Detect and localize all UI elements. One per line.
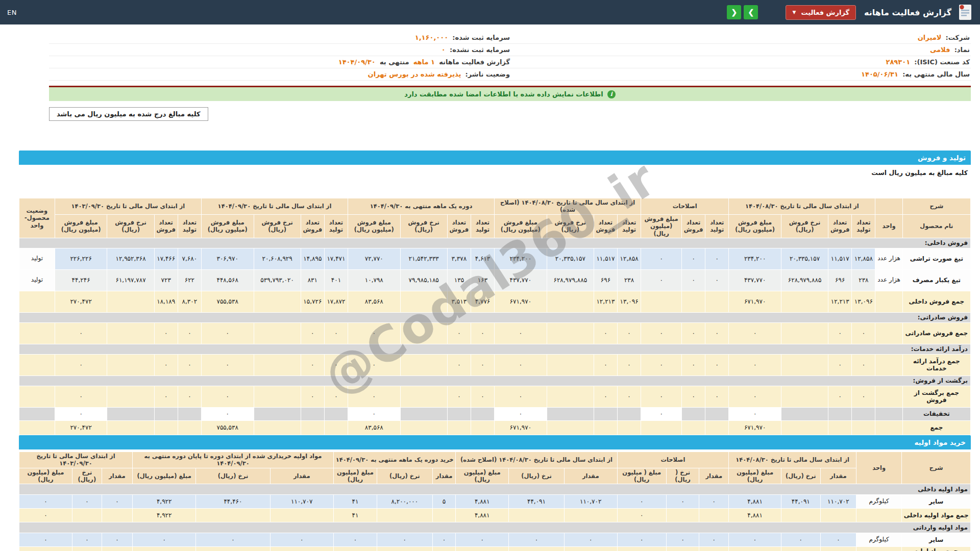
language-en-link[interactable]: EN <box>7 9 17 16</box>
value-cell: ۰ <box>618 386 641 407</box>
value-cell: ۱۰,۷۹۸ <box>348 269 401 291</box>
column-header: نرخ (ریال) <box>196 468 270 484</box>
value-cell <box>400 322 447 344</box>
value-cell <box>781 509 820 522</box>
value-cell <box>547 322 594 344</box>
company-info-row: سال مالی منتهی به: ۱۴۰۵/۰۶/۳۱ وضعیت ناشر… <box>49 68 971 81</box>
column-header: مبلغ (میلیون ریال) <box>19 468 72 484</box>
column-header: مقدار <box>102 468 132 484</box>
column-header: نرخ (ریال) <box>72 468 102 484</box>
production-sales-table: شرحاز ابتدای سال مالی تا تاریخ ۱۴۰۴/۰۸/۳… <box>19 198 971 435</box>
report-period-field: گزارش فعالیت ماهانه ۱ ماهه منتهی به ۱۴۰۴… <box>50 58 510 66</box>
value-cell: ۱۲,۲۱۳ <box>594 291 617 312</box>
value-cell <box>301 420 324 435</box>
value-cell <box>254 291 301 312</box>
value-cell <box>594 420 617 435</box>
value-cell <box>852 420 875 435</box>
value-cell <box>270 509 333 522</box>
column-header: نرخ فروش (ریال) <box>547 214 594 238</box>
report-type-button[interactable]: گزارش فعالیت ▼ <box>786 5 856 20</box>
row-label: جمع فروش داخلی <box>902 291 970 312</box>
row-label: سایر <box>902 533 971 547</box>
table-row: مواد اولیه وارداتی <box>19 522 971 533</box>
value-cell: ۶۹۶ <box>828 269 852 291</box>
value-cell: ۲۰,۶۰۸,۹۲۹ <box>254 248 301 269</box>
column-header: واحد <box>875 214 902 238</box>
value-cell: ۰ <box>705 386 729 407</box>
table-row: برگشت از فروش: <box>19 375 971 386</box>
value-cell <box>107 354 154 375</box>
column-header: تعداد تولید <box>618 214 641 238</box>
value-cell: ۰ <box>447 386 471 407</box>
section-label: مواد اولیه وارداتی <box>19 522 971 533</box>
value-cell: ۴,۷۷۶ <box>471 291 494 312</box>
value-cell: ۰ <box>705 354 729 375</box>
table-row: تیغ صورت تراشیهزار عدد۱۲,۸۵۸۱۱,۵۱۷۲۰,۳۳۵… <box>19 248 971 269</box>
value-cell <box>666 547 699 551</box>
value-cell: ۷۲,۷۷۰ <box>348 248 401 269</box>
column-header: مبلغ (میلیون ریال) <box>456 468 509 484</box>
value-cell <box>705 291 729 312</box>
unregistered-capital-field: سرمایه ثبت نشده: ۰ <box>50 46 510 54</box>
value-cell <box>828 420 852 435</box>
column-header: از ابتدای سال مالی تا تاریخ ۱۴۰۴/۰۹/۳۰ <box>201 198 348 215</box>
value-cell: ۸,۲۰۰,۰۰۰ <box>377 495 432 509</box>
company-info-panel: شرکت: لامیران سرمایه ثبت شده: ۱,۱۶۰,۰۰۰ … <box>49 32 971 81</box>
raw-materials-table: شرحواحداز ابتدای سال مالی تا تاریخ ۱۴۰۴/… <box>19 452 971 551</box>
value-cell: ۵ <box>432 495 456 509</box>
value-cell: ۰ <box>348 322 401 344</box>
value-cell: ۱۶۳ <box>471 269 494 291</box>
value-cell <box>594 407 617 420</box>
value-cell: ۱۷,۴۶۶ <box>154 248 178 269</box>
value-cell: ۰ <box>102 495 132 509</box>
column-header: مبلغ ( میلیون ریال) <box>617 468 666 484</box>
value-cell <box>102 547 132 551</box>
row-label: جمع فروش صادراتی <box>902 322 970 344</box>
column-header: تعداد تولید <box>178 214 201 238</box>
value-cell: ۰ <box>729 547 781 551</box>
status-cell: تولید <box>19 248 55 269</box>
value-cell: ۰ <box>55 322 107 344</box>
value-cell: ۶۷۱,۹۷۰ <box>495 420 547 435</box>
value-cell <box>547 407 594 420</box>
column-header: از ابتدای سال مالی تا تاریخ ۱۴۰۳/۰۹/۳۰ <box>19 452 133 468</box>
table-row: جمع۶۷۱,۹۷۰۶۷۱,۹۷۰۸۳,۵۶۸۷۵۵,۵۳۸۲۷۰,۴۷۲ <box>19 420 971 435</box>
column-header: نرخ (ریال) <box>377 468 432 484</box>
value-cell: ۲۲۶,۲۲۶ <box>55 248 107 269</box>
value-cell: ۰ <box>617 533 666 547</box>
value-cell <box>400 407 447 420</box>
value-cell: ۴,۸۸۱ <box>729 509 781 522</box>
value-cell: ۰ <box>348 386 401 407</box>
unit-cell <box>875 386 902 407</box>
value-cell: ۲۱,۵۴۲,۳۳۳ <box>400 248 447 269</box>
value-cell: ۲۳۴,۲۰۰ <box>495 248 547 269</box>
value-cell: ۰ <box>699 533 729 547</box>
column-header: تعداد تولید <box>852 214 875 238</box>
column-header: مبلغ فروش (میلیون ریال) <box>348 214 401 238</box>
value-cell: ۴۴,۴۶۰ <box>196 495 270 509</box>
nav-back-button[interactable]: ❮ <box>727 5 741 19</box>
column-header: مقدار <box>820 468 856 484</box>
table-row: تیغ یکبار مصرفهزار عدد۲۳۸۶۹۶۶۲۸,۹۷۹,۸۸۵۴… <box>19 269 971 291</box>
value-cell: ۰ <box>495 354 547 375</box>
value-cell: ۶۷۱,۹۷۰ <box>495 291 547 312</box>
value-cell: ۰ <box>509 533 565 547</box>
value-cell: ۰ <box>102 533 132 547</box>
unit-cell: کیلوگرم <box>856 495 902 509</box>
unit-cell: هزار عدد <box>875 269 902 291</box>
value-cell: ۰ <box>178 322 201 344</box>
value-cell: ۱۲,۲۱۳ <box>828 291 852 312</box>
nav-forward-button[interactable]: ❯ <box>744 5 758 19</box>
value-cell: ۰ <box>154 354 178 375</box>
value-cell: ۲۰,۳۳۵,۱۵۷ <box>547 248 594 269</box>
section-label: فروش صادراتی: <box>19 312 971 322</box>
table-row: جمع فروش داخلی۱۳,۰۹۶۱۲,۲۱۳۶۷۱,۹۷۰۱۳,۰۹۶۱… <box>19 291 971 312</box>
value-cell <box>72 509 102 522</box>
value-cell: ۰ <box>432 533 456 547</box>
value-cell: ۰ <box>324 354 348 375</box>
column-header: مبلغ فروش (میلیون ریال) <box>495 214 547 238</box>
value-cell: ۰ <box>55 386 107 407</box>
value-cell: ۰ <box>333 533 377 547</box>
value-cell: ۰ <box>618 354 641 375</box>
value-cell: ۰ <box>641 269 682 291</box>
